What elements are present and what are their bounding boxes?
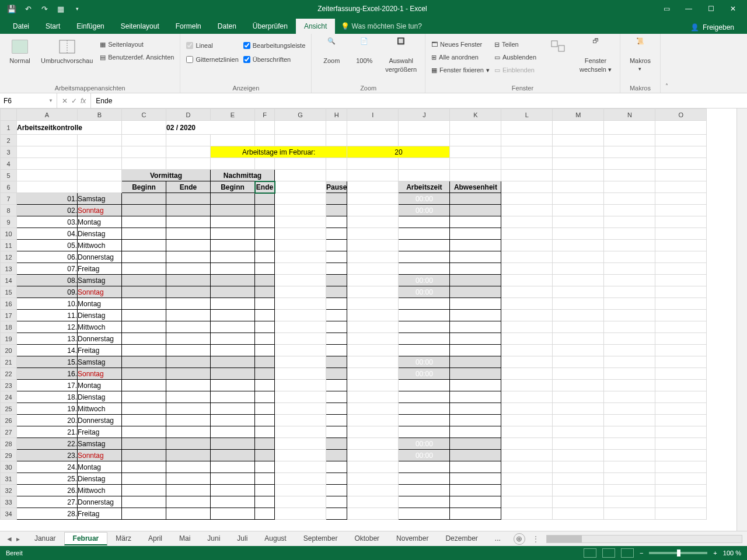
day-number[interactable]: 12. (17, 321, 78, 333)
day-number[interactable]: 05. (17, 240, 78, 251)
arbeitszeit-cell[interactable] (399, 251, 450, 263)
tabstrip-divider[interactable]: ⋮ (530, 535, 542, 543)
day-name[interactable]: Freitag (78, 345, 122, 356)
col-header-E[interactable]: E (211, 109, 255, 121)
row-header-23[interactable]: 23 (1, 380, 17, 391)
col-header-D[interactable]: D (166, 109, 211, 121)
day-name[interactable]: Mittwoch (78, 485, 122, 496)
row-header-7[interactable]: 7 (1, 193, 17, 205)
row-header-10[interactable]: 10 (1, 228, 17, 240)
day-name[interactable]: Samstag (78, 193, 122, 205)
horizontal-scrollbar[interactable] (546, 535, 742, 543)
day-number[interactable]: 04. (17, 228, 78, 240)
day-name[interactable]: Sonntag (78, 450, 122, 461)
day-number[interactable]: 01. (17, 193, 78, 205)
zoom-100-button[interactable]: 📄100% (350, 36, 378, 66)
arbeitszeit-cell[interactable]: 00:00 (399, 368, 450, 380)
col-header-G[interactable]: G (275, 109, 326, 121)
sheet-nav-next-icon[interactable]: ▸ (16, 535, 20, 543)
sheet-tab-august[interactable]: August (256, 532, 295, 545)
arbeitszeit-cell[interactable] (399, 403, 450, 415)
zoom-out-icon[interactable]: − (640, 550, 643, 556)
sheet-tab-juli[interactable]: Juli (228, 532, 256, 545)
view-layout-icon[interactable] (602, 548, 615, 558)
sheet-period[interactable]: 02 / 2020 (166, 121, 255, 135)
fx-icon[interactable]: fx (81, 97, 86, 105)
row-header-29[interactable]: 29 (1, 450, 17, 461)
minimize-icon[interactable]: ― (678, 2, 699, 16)
day-number[interactable]: 23. (17, 450, 78, 461)
day-name[interactable]: Dienstag (78, 473, 122, 485)
day-number[interactable]: 17. (17, 380, 78, 391)
arbeitszeit-cell[interactable] (399, 263, 450, 275)
zoom-level[interactable]: 100 % (723, 550, 741, 556)
arbeitszeit-cell[interactable] (399, 216, 450, 228)
teilen-button[interactable]: ⊟ Teilen (494, 38, 536, 50)
arbeitszeit-cell[interactable] (399, 426, 450, 438)
tab-seitenlayout[interactable]: Seitenlayout (113, 19, 167, 34)
arbeitszeit-cell[interactable] (399, 485, 450, 496)
view-break-icon[interactable] (621, 548, 634, 558)
maximize-icon[interactable]: ☐ (700, 2, 721, 16)
row-header-26[interactable]: 26 (1, 415, 17, 426)
day-number[interactable]: 10. (17, 298, 78, 310)
cancel-formula-icon[interactable]: ✕ (62, 97, 68, 105)
accept-formula-icon[interactable]: ✓ (71, 97, 77, 105)
col-header-K[interactable]: K (450, 109, 501, 121)
save-icon[interactable]: 💾 (5, 2, 19, 16)
row-header-18[interactable]: 18 (1, 321, 17, 333)
row-header-2[interactable]: 2 (1, 135, 17, 146)
vertical-scrollbar[interactable] (736, 108, 747, 531)
ribbon-display-icon[interactable]: ▭ (656, 2, 677, 16)
tab-ueberpruefen[interactable]: Überprüfen (245, 19, 296, 34)
sheet-tab-september[interactable]: September (295, 532, 347, 545)
fenster-fixieren-button[interactable]: ▦ Fenster fixieren ▾ (431, 64, 490, 76)
row-header-27[interactable]: 27 (1, 426, 17, 438)
view-normal-button[interactable]: Normal (6, 36, 34, 66)
tab-formeln[interactable]: Formeln (167, 19, 210, 34)
day-name[interactable]: Sonntag (78, 368, 122, 380)
day-number[interactable]: 09. (17, 286, 78, 298)
chk-lineal[interactable]: Lineal (186, 40, 238, 51)
day-number[interactable]: 13. (17, 333, 78, 345)
day-name[interactable]: Montag (78, 380, 122, 391)
day-number[interactable]: 25. (17, 473, 78, 485)
row-header-32[interactable]: 32 (1, 485, 17, 496)
row-header-34[interactable]: 34 (1, 508, 17, 520)
qat-dropdown-icon[interactable]: ▾ (70, 2, 84, 16)
day-number[interactable]: 15. (17, 356, 78, 368)
row-header-25[interactable]: 25 (1, 403, 17, 415)
tab-daten[interactable]: Daten (210, 19, 245, 34)
sheet-tab-...[interactable]: ... (486, 532, 509, 545)
sheet-tab-märz[interactable]: März (107, 532, 140, 545)
day-number[interactable]: 26. (17, 485, 78, 496)
arbeitszeit-cell[interactable] (399, 473, 450, 485)
fenster-wechseln-button[interactable]: 🗗Fensterwechseln ▾ (577, 36, 614, 74)
arbeitszeit-cell[interactable]: 00:00 (399, 438, 450, 450)
day-name[interactable]: Sonntag (78, 205, 122, 216)
row-header-1[interactable]: 1 (1, 121, 17, 135)
sheet-title[interactable]: Arbeitszeitkontrolle (17, 121, 122, 135)
ausblenden-button[interactable]: ▭ Ausblenden (494, 51, 536, 63)
row-header-17[interactable]: 17 (1, 310, 17, 321)
arbeitszeit-cell[interactable]: 00:00 (399, 205, 450, 216)
row-header-8[interactable]: 8 (1, 205, 17, 216)
worksheet-grid[interactable]: ABCDEFGHIJKLMNO1Arbeitszeitkontrolle02 /… (0, 108, 736, 531)
chk-ueberschriften[interactable]: Überschriften (243, 54, 306, 65)
day-name[interactable]: Dienstag (78, 391, 122, 403)
row-header-3[interactable]: 3 (1, 146, 17, 158)
arbeitszeit-cell[interactable] (399, 345, 450, 356)
zoom-selection-button[interactable]: 🔲Auswahlvergrößern (383, 36, 419, 74)
day-number[interactable]: 03. (17, 216, 78, 228)
row-header-21[interactable]: 21 (1, 356, 17, 368)
day-name[interactable]: Mittwoch (78, 321, 122, 333)
row-header-24[interactable]: 24 (1, 391, 17, 403)
arbeitszeit-cell[interactable] (399, 496, 450, 508)
view-umbruch-button[interactable]: Umbruchvorschau (39, 36, 95, 66)
arbeitszeit-cell[interactable]: 00:00 (399, 286, 450, 298)
workdays-value[interactable]: 20 (347, 146, 450, 158)
day-number[interactable]: 20. (17, 415, 78, 426)
tell-me[interactable]: 💡 Was möchten Sie tun? (335, 19, 428, 34)
row-header-22[interactable]: 22 (1, 368, 17, 380)
day-name[interactable]: Samstag (78, 356, 122, 368)
